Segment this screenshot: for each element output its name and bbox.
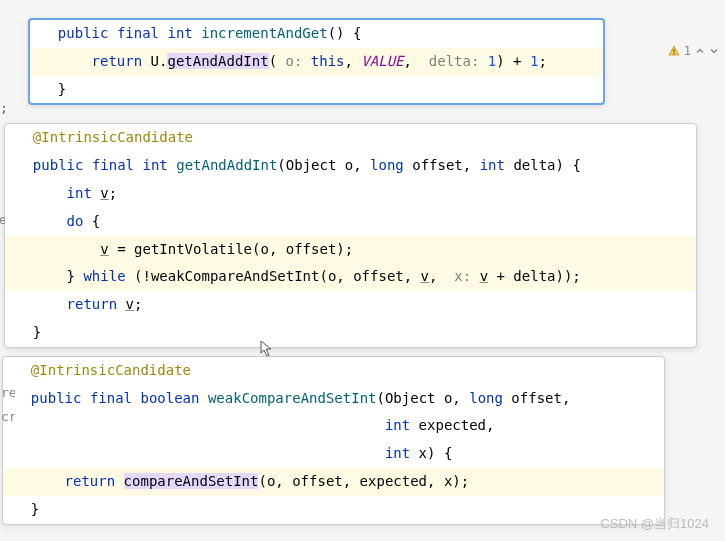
code-line-highlighted[interactable]: return U.getAndAddInt( o: this, VALUE, d…: [30, 48, 603, 76]
code-popup-1[interactable]: public final int incrementAndGet() { ret…: [28, 18, 605, 105]
gutter-text: cr: [1, 409, 15, 424]
gutter-fragment: ;: [0, 100, 8, 115]
code-popup-2[interactable]: ge @IntrinsicCandidate public final int …: [4, 123, 697, 347]
watermark: CSDN @当归1024: [600, 515, 709, 533]
chevron-down-icon[interactable]: [709, 46, 719, 56]
chevron-up-icon[interactable]: [695, 46, 705, 56]
code-popup-3[interactable]: re cr @IntrinsicCandidate public final b…: [2, 356, 665, 525]
code-line[interactable]: }: [30, 76, 603, 104]
code-line[interactable]: return v;: [5, 291, 696, 319]
code-line[interactable]: public final boolean weakCompareAndSetIn…: [3, 385, 664, 413]
code-line[interactable]: public final int getAndAddInt(Object o, …: [5, 152, 696, 180]
code-line[interactable]: int expected,: [3, 412, 664, 440]
code-line[interactable]: }: [3, 496, 664, 524]
code-line-highlighted[interactable]: return compareAndSetInt(o, offset, expec…: [3, 468, 664, 496]
warning-count: 1: [684, 44, 691, 58]
code-line[interactable]: @IntrinsicCandidate: [3, 357, 664, 385]
code-line[interactable]: int x) {: [3, 440, 664, 468]
code-line[interactable]: int v;: [5, 180, 696, 208]
svg-rect-0: [673, 49, 674, 52]
svg-rect-1: [673, 53, 674, 54]
gutter-text: re: [1, 385, 15, 400]
code-line-highlighted[interactable]: v = getIntVolatile(o, offset);: [5, 236, 696, 264]
code-line[interactable]: do {: [5, 208, 696, 236]
code-line[interactable]: }: [5, 319, 696, 347]
code-line-highlighted[interactable]: } while (!weakCompareAndSetInt(o, offset…: [5, 263, 696, 291]
warning-icon: [668, 45, 680, 57]
code-line[interactable]: @IntrinsicCandidate: [5, 124, 696, 152]
gutter-text: ge: [0, 212, 5, 227]
code-line[interactable]: public final int incrementAndGet() {: [30, 20, 603, 48]
inspection-badges: 1: [668, 44, 719, 58]
